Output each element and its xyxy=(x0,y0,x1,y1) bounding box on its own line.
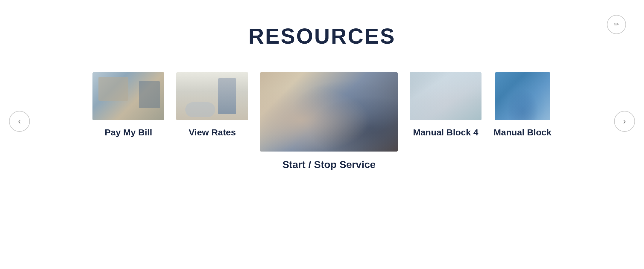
cards-wrapper: Pay My Bill View Rates Start / Stop Serv… xyxy=(48,72,596,170)
manual4-photo xyxy=(410,72,482,120)
carousel-prev-button[interactable]: ‹ xyxy=(9,111,30,132)
edit-icon: ✏ xyxy=(614,21,619,28)
view-rates-photo xyxy=(176,72,248,120)
card-manual-block[interactable]: Manual Block xyxy=(493,72,551,137)
card-start-stop-service[interactable]: Start / Stop Service xyxy=(260,72,398,170)
edit-button[interactable]: ✏ xyxy=(607,15,626,34)
card-manual-block-4-label: Manual Block 4 xyxy=(413,127,478,137)
card-pay-my-bill[interactable]: Pay My Bill xyxy=(92,72,164,137)
card-manual-block-4-image xyxy=(410,72,482,120)
card-view-rates[interactable]: View Rates xyxy=(176,72,248,137)
prev-arrow-icon: ‹ xyxy=(18,117,21,126)
card-view-rates-label: View Rates xyxy=(189,127,236,137)
carousel-next-button[interactable]: › xyxy=(614,111,635,132)
card-pay-my-bill-label: Pay My Bill xyxy=(105,127,152,137)
section-title: RESOURCES xyxy=(248,24,396,48)
page-container: RESOURCES ‹ Pay My Bill View Rates xyxy=(0,0,644,269)
card-start-stop-image xyxy=(260,72,398,152)
carousel-container: ‹ Pay My Bill View Rates xyxy=(0,72,644,170)
start-stop-photo xyxy=(260,72,398,152)
manual-photo xyxy=(495,72,550,120)
next-arrow-icon: › xyxy=(623,117,626,126)
card-pay-my-bill-image xyxy=(92,72,164,120)
card-start-stop-label: Start / Stop Service xyxy=(282,159,376,170)
card-manual-block-image xyxy=(495,72,550,120)
card-manual-block-4[interactable]: Manual Block 4 xyxy=(410,72,482,137)
card-manual-block-label: Manual Block xyxy=(493,127,551,137)
pay-bill-photo xyxy=(92,72,164,120)
card-view-rates-image xyxy=(176,72,248,120)
